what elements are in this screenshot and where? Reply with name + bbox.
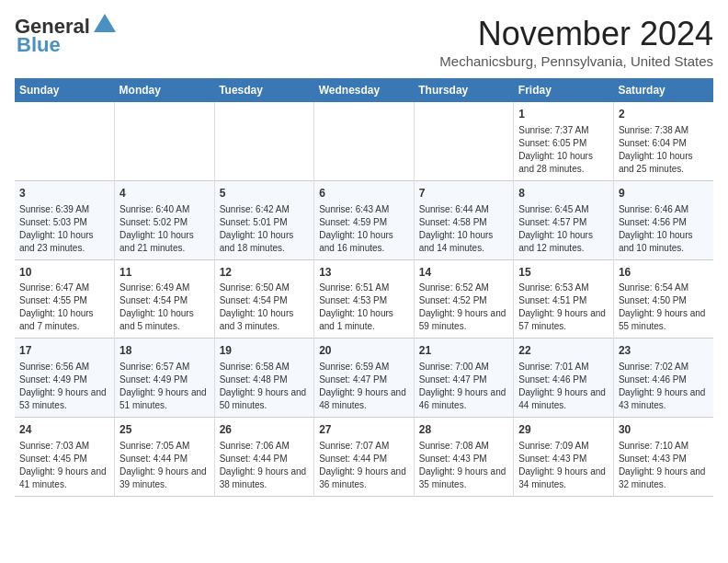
day-info: Sunrise: 7:01 AM Sunset: 4:46 PM Dayligh… <box>518 361 609 412</box>
day-number: 11 <box>119 265 210 281</box>
calendar-cell: 12Sunrise: 6:50 AM Sunset: 4:54 PM Dayli… <box>214 259 314 339</box>
calendar-cell <box>115 102 215 180</box>
day-info: Sunrise: 7:07 AM Sunset: 4:44 PM Dayligh… <box>319 440 409 491</box>
calendar-cell: 3Sunrise: 6:39 AM Sunset: 5:03 PM Daylig… <box>15 180 115 259</box>
day-info: Sunrise: 7:03 AM Sunset: 4:45 PM Dayligh… <box>19 440 109 491</box>
day-number: 15 <box>518 265 609 281</box>
day-number: 22 <box>518 343 609 359</box>
day-number: 29 <box>518 422 609 438</box>
logo-icon <box>92 12 118 38</box>
calendar-cell: 10Sunrise: 6:47 AM Sunset: 4:55 PM Dayli… <box>15 259 115 339</box>
day-number: 1 <box>518 107 609 122</box>
day-info: Sunrise: 7:02 AM Sunset: 4:46 PM Dayligh… <box>619 361 709 412</box>
day-info: Sunrise: 6:47 AM Sunset: 4:55 PM Dayligh… <box>19 282 109 333</box>
day-number: 4 <box>119 186 210 201</box>
calendar-cell: 5Sunrise: 6:42 AM Sunset: 5:01 PM Daylig… <box>214 180 314 259</box>
day-number: 30 <box>619 422 709 438</box>
day-number: 24 <box>19 422 109 438</box>
calendar-table: SundayMondayTuesdayWednesdayThursdayFrid… <box>15 78 713 497</box>
calendar-cell: 4Sunrise: 6:40 AM Sunset: 5:02 PM Daylig… <box>115 180 215 259</box>
column-header-tuesday: Tuesday <box>214 78 314 102</box>
column-header-monday: Monday <box>115 78 215 102</box>
calendar-cell: 24Sunrise: 7:03 AM Sunset: 4:45 PM Dayli… <box>15 418 115 497</box>
calendar-cell: 19Sunrise: 6:58 AM Sunset: 4:48 PM Dayli… <box>214 339 314 418</box>
day-number: 21 <box>419 343 509 359</box>
day-info: Sunrise: 6:58 AM Sunset: 4:48 PM Dayligh… <box>220 361 310 412</box>
day-info: Sunrise: 6:53 AM Sunset: 4:51 PM Dayligh… <box>518 282 609 333</box>
day-number: 9 <box>619 186 709 201</box>
calendar-cell <box>214 102 314 180</box>
day-number: 16 <box>619 265 709 281</box>
calendar-cell: 28Sunrise: 7:08 AM Sunset: 4:43 PM Dayli… <box>414 418 514 497</box>
day-info: Sunrise: 6:39 AM Sunset: 5:03 PM Dayligh… <box>19 203 109 255</box>
day-number: 13 <box>319 265 409 281</box>
calendar-cell: 29Sunrise: 7:09 AM Sunset: 4:43 PM Dayli… <box>514 418 614 497</box>
calendar-cell: 25Sunrise: 7:05 AM Sunset: 4:44 PM Dayli… <box>115 418 215 497</box>
day-info: Sunrise: 7:38 AM Sunset: 6:04 PM Dayligh… <box>619 124 709 176</box>
column-header-sunday: Sunday <box>15 78 115 102</box>
day-number: 10 <box>19 265 109 281</box>
calendar-cell: 13Sunrise: 6:51 AM Sunset: 4:53 PM Dayli… <box>314 259 415 339</box>
calendar-week-2: 3Sunrise: 6:39 AM Sunset: 5:03 PM Daylig… <box>15 180 713 259</box>
day-number: 23 <box>619 343 709 359</box>
calendar-cell: 17Sunrise: 6:56 AM Sunset: 4:49 PM Dayli… <box>15 339 115 418</box>
calendar-week-4: 17Sunrise: 6:56 AM Sunset: 4:49 PM Dayli… <box>15 339 713 418</box>
calendar-cell: 27Sunrise: 7:07 AM Sunset: 4:44 PM Dayli… <box>314 418 415 497</box>
calendar-cell <box>314 102 415 180</box>
calendar-cell: 2Sunrise: 7:38 AM Sunset: 6:04 PM Daylig… <box>613 102 713 180</box>
calendar-week-3: 10Sunrise: 6:47 AM Sunset: 4:55 PM Dayli… <box>15 259 713 339</box>
calendar-cell: 30Sunrise: 7:10 AM Sunset: 4:43 PM Dayli… <box>613 418 713 497</box>
calendar-cell: 14Sunrise: 6:52 AM Sunset: 4:52 PM Dayli… <box>414 259 514 339</box>
logo: General Blue <box>15 15 118 57</box>
day-number: 14 <box>419 265 509 281</box>
day-info: Sunrise: 6:46 AM Sunset: 4:56 PM Dayligh… <box>619 203 709 255</box>
day-number: 18 <box>119 343 210 359</box>
day-info: Sunrise: 6:56 AM Sunset: 4:49 PM Dayligh… <box>19 361 109 412</box>
day-info: Sunrise: 6:43 AM Sunset: 4:59 PM Dayligh… <box>319 203 409 255</box>
calendar-week-5: 24Sunrise: 7:03 AM Sunset: 4:45 PM Dayli… <box>15 418 713 497</box>
calendar-cell: 18Sunrise: 6:57 AM Sunset: 4:49 PM Dayli… <box>115 339 215 418</box>
calendar-cell <box>414 102 514 180</box>
day-info: Sunrise: 7:06 AM Sunset: 4:44 PM Dayligh… <box>220 440 310 491</box>
day-info: Sunrise: 7:00 AM Sunset: 4:47 PM Dayligh… <box>419 361 509 412</box>
column-header-thursday: Thursday <box>414 78 514 102</box>
day-info: Sunrise: 6:50 AM Sunset: 4:54 PM Dayligh… <box>220 282 310 333</box>
day-info: Sunrise: 6:51 AM Sunset: 4:53 PM Dayligh… <box>319 282 409 333</box>
day-info: Sunrise: 6:54 AM Sunset: 4:50 PM Dayligh… <box>619 282 709 333</box>
day-info: Sunrise: 6:40 AM Sunset: 5:02 PM Dayligh… <box>119 203 210 255</box>
day-info: Sunrise: 6:45 AM Sunset: 4:57 PM Dayligh… <box>518 203 609 255</box>
calendar-cell: 23Sunrise: 7:02 AM Sunset: 4:46 PM Dayli… <box>613 339 713 418</box>
location: Mechanicsburg, Pennsylvania, United Stat… <box>439 53 713 69</box>
column-header-friday: Friday <box>514 78 614 102</box>
day-number: 3 <box>19 186 109 201</box>
day-number: 26 <box>220 422 310 438</box>
calendar-week-1: 1Sunrise: 7:37 AM Sunset: 6:05 PM Daylig… <box>15 102 713 180</box>
day-number: 27 <box>319 422 409 438</box>
day-info: Sunrise: 6:44 AM Sunset: 4:58 PM Dayligh… <box>419 203 509 255</box>
calendar-cell: 6Sunrise: 6:43 AM Sunset: 4:59 PM Daylig… <box>314 180 415 259</box>
calendar-cell: 8Sunrise: 6:45 AM Sunset: 4:57 PM Daylig… <box>514 180 614 259</box>
day-number: 25 <box>119 422 210 438</box>
day-info: Sunrise: 6:52 AM Sunset: 4:52 PM Dayligh… <box>419 282 509 333</box>
day-number: 5 <box>220 186 310 201</box>
day-info: Sunrise: 7:08 AM Sunset: 4:43 PM Dayligh… <box>419 440 509 491</box>
day-number: 7 <box>419 186 509 201</box>
logo-blue: Blue <box>17 33 61 57</box>
page-header: General Blue November 2024 Mechanicsburg… <box>15 15 713 69</box>
calendar-cell: 1Sunrise: 7:37 AM Sunset: 6:05 PM Daylig… <box>514 102 614 180</box>
calendar-cell <box>15 102 115 180</box>
day-number: 17 <box>19 343 109 359</box>
day-info: Sunrise: 6:49 AM Sunset: 4:54 PM Dayligh… <box>119 282 210 333</box>
calendar-cell: 9Sunrise: 6:46 AM Sunset: 4:56 PM Daylig… <box>613 180 713 259</box>
calendar-cell: 26Sunrise: 7:06 AM Sunset: 4:44 PM Dayli… <box>214 418 314 497</box>
day-info: Sunrise: 6:57 AM Sunset: 4:49 PM Dayligh… <box>119 361 210 412</box>
calendar-cell: 20Sunrise: 6:59 AM Sunset: 4:47 PM Dayli… <box>314 339 415 418</box>
day-number: 19 <box>220 343 310 359</box>
month-title: November 2024 <box>439 15 713 53</box>
day-number: 12 <box>220 265 310 281</box>
day-number: 28 <box>419 422 509 438</box>
day-number: 8 <box>518 186 609 201</box>
day-info: Sunrise: 7:09 AM Sunset: 4:43 PM Dayligh… <box>518 440 609 491</box>
svg-marker-0 <box>94 14 116 32</box>
day-number: 6 <box>319 186 409 201</box>
